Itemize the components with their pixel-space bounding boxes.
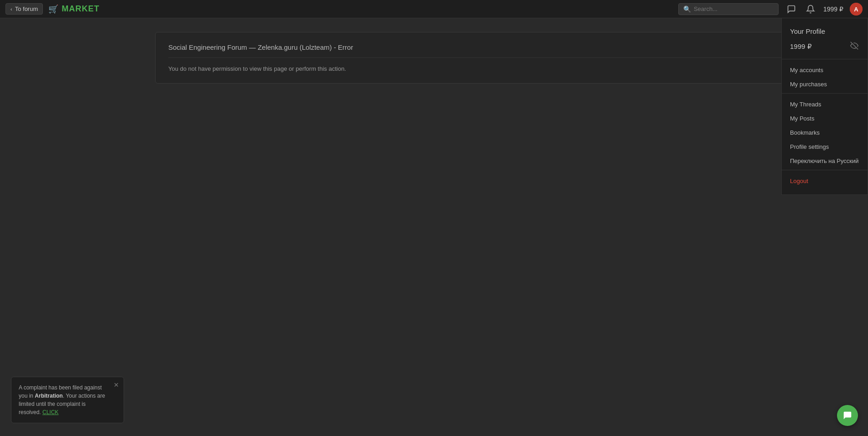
profile-settings-link[interactable]: Profile settings	[782, 140, 868, 154]
market-logo[interactable]: 🛒 MARKET	[48, 4, 99, 14]
search-input[interactable]	[694, 5, 774, 12]
navbar-left: ‹ To forum 🛒 MARKET	[5, 3, 99, 15]
error-message: You do not have permission to view this …	[168, 65, 855, 72]
search-icon: 🔍	[683, 5, 691, 13]
dropdown-menu: Your Profile 1999 ₽ My accounts My purch…	[781, 18, 868, 195]
chevron-left-icon: ‹	[10, 6, 12, 12]
switch-language-link[interactable]: Переключить на Русский	[782, 154, 868, 168]
dropdown-profile-section: Your Profile 1999 ₽	[782, 23, 868, 59]
chat-icon-button[interactable]	[785, 3, 798, 16]
navbar: ‹ To forum 🛒 MARKET 🔍 1999 ₽	[0, 0, 868, 18]
dropdown-logout-section: Logout	[782, 172, 868, 190]
dropdown-activity-section: My Threads My Posts Bookmarks Profile se…	[782, 95, 868, 170]
back-button-label: To forum	[15, 5, 38, 12]
market-label: MARKET	[62, 4, 99, 14]
chat-icon	[787, 5, 796, 14]
error-box: Social Engineering Forum — Zelenka.guru …	[155, 32, 868, 84]
bell-icon	[806, 5, 815, 14]
error-title: Social Engineering Forum — Zelenka.guru …	[168, 43, 855, 58]
hide-balance-button[interactable]	[849, 41, 859, 53]
dropdown-accounts-section: My accounts My purchases	[782, 61, 868, 94]
navbar-right: 🔍 1999 ₽ A	[678, 3, 863, 16]
bookmarks-link[interactable]: Bookmarks	[782, 126, 868, 140]
balance-label[interactable]: 1999 ₽	[823, 5, 843, 13]
chat-bubble-button[interactable]	[837, 405, 858, 426]
toast-close-button[interactable]: ✕	[114, 382, 119, 388]
chat-bubble-icon	[842, 410, 852, 420]
my-threads-link[interactable]: My Threads	[782, 97, 868, 111]
your-profile-link[interactable]: Your Profile	[790, 27, 859, 35]
my-accounts-link[interactable]: My accounts	[782, 63, 868, 77]
dropdown-balance: 1999 ₽	[790, 42, 812, 51]
logout-link[interactable]: Logout	[782, 174, 868, 188]
toast-click-link[interactable]: CLICK	[42, 409, 58, 415]
search-bar[interactable]: 🔍	[678, 3, 779, 15]
back-to-forum-button[interactable]: ‹ To forum	[5, 3, 43, 15]
avatar[interactable]: A	[850, 3, 863, 16]
my-posts-link[interactable]: My Posts	[782, 111, 868, 126]
bell-icon-button[interactable]	[804, 3, 817, 16]
cart-icon: 🛒	[48, 4, 59, 14]
toast-arbitration-word: Arbitration	[35, 393, 62, 399]
svg-text:A: A	[854, 6, 858, 13]
eye-slash-icon	[850, 42, 858, 50]
my-purchases-link[interactable]: My purchases	[782, 77, 868, 91]
balance-row: 1999 ₽	[790, 41, 859, 53]
toast-notification: ✕ A complaint has been filed against you…	[11, 377, 124, 423]
